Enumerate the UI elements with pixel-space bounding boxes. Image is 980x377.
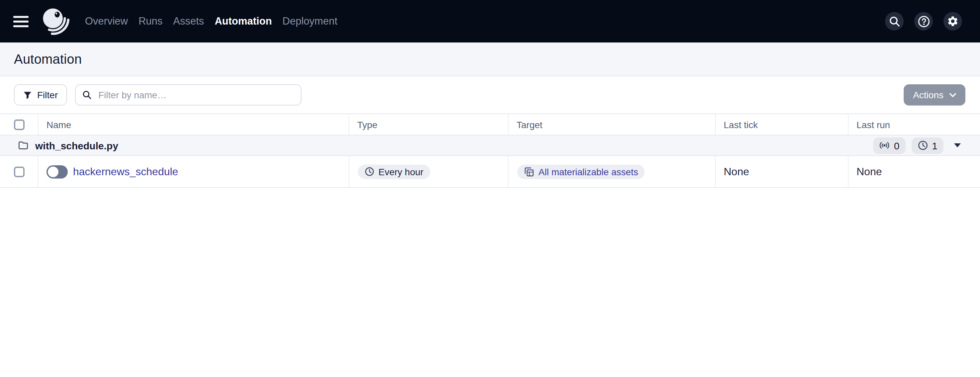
folder-icon (18, 140, 29, 151)
help-button[interactable] (914, 12, 933, 30)
sensor-count-badge: 0 (873, 137, 906, 154)
header-last-run: Last run (848, 114, 980, 135)
target-assets-link[interactable]: All materializable assets (517, 164, 645, 179)
settings-icon (947, 15, 959, 27)
nav-item-runs[interactable]: Runs (138, 13, 162, 30)
row-name-cell: hackernews_schedule (38, 156, 348, 187)
row-last-tick-cell: None (715, 156, 848, 187)
page-title-band: Automation (0, 43, 980, 76)
row-type-cell: Every hour (348, 156, 508, 187)
asset-group-icon (524, 166, 535, 177)
actions-button[interactable]: Actions (904, 84, 966, 105)
group-name: with_schedule.py (35, 140, 118, 151)
nav-item-automation[interactable]: Automation (215, 13, 272, 30)
filter-button[interactable]: Filter (14, 84, 67, 105)
chevron-down-icon (950, 92, 956, 97)
target-assets-label: All materializable assets (538, 166, 638, 177)
toolbar: Filter Actions (0, 76, 980, 113)
dagster-logo-icon (42, 6, 70, 37)
clock-icon (364, 167, 374, 177)
toggle-knob (48, 166, 59, 177)
sensor-count: 0 (894, 140, 900, 151)
table-header-row: Name Type Target Last tick Last run (0, 114, 980, 135)
row-select-cell (0, 156, 38, 187)
help-icon (917, 15, 930, 27)
top-nav: Overview Runs Assets Automation Deployme… (0, 0, 980, 43)
dagster-automation-page: Overview Runs Assets Automation Deployme… (0, 0, 980, 377)
main-nav: Overview Runs Assets Automation Deployme… (85, 13, 337, 30)
nav-item-overview[interactable]: Overview (85, 13, 128, 30)
nav-icon-buttons (885, 12, 962, 30)
sensor-icon (880, 140, 890, 151)
search-icon (82, 90, 92, 100)
row-last-run-cell: None (848, 156, 980, 187)
nav-item-assets[interactable]: Assets (173, 13, 204, 30)
caret-down-icon (954, 143, 961, 147)
header-select-all-cell (0, 114, 38, 135)
search-icon (889, 16, 900, 27)
table-row: hackernews_schedule Every hour (0, 156, 980, 188)
schedule-name-link[interactable]: hackernews_schedule (73, 165, 178, 178)
schedule-toggle[interactable] (46, 165, 68, 178)
dagster-logo[interactable] (42, 6, 70, 37)
actions-button-label: Actions (913, 90, 943, 100)
group-counts: 0 1 (873, 137, 963, 154)
settings-button[interactable] (943, 12, 962, 30)
collapse-group-button[interactable] (951, 142, 963, 149)
nav-item-deployment[interactable]: Deployment (283, 13, 337, 30)
search-button[interactable] (885, 12, 904, 30)
select-all-checkbox[interactable] (14, 119, 24, 130)
automations-table: Name Type Target Last tick Last run with… (0, 113, 980, 188)
name-filter-input[interactable] (97, 89, 294, 101)
schedule-interval-label: Every hour (379, 166, 423, 177)
schedule-interval-tag: Every hour (358, 164, 430, 179)
schedule-count: 1 (932, 140, 937, 151)
group-row-with-schedule[interactable]: with_schedule.py 0 1 (0, 135, 980, 156)
funnel-icon (23, 91, 32, 99)
hamburger-menu-button[interactable] (6, 6, 36, 36)
name-filter-box (75, 84, 301, 105)
header-last-tick: Last tick (715, 114, 848, 135)
hamburger-icon (13, 16, 29, 17)
schedule-count-badge: 1 (911, 137, 943, 154)
last-tick-value: None (724, 165, 749, 178)
header-type: Type (348, 114, 508, 135)
last-run-value: None (856, 165, 882, 178)
clock-icon (917, 140, 928, 151)
row-checkbox[interactable] (14, 166, 24, 177)
header-target: Target (508, 114, 715, 135)
row-target-cell: All materializable assets (508, 156, 715, 187)
header-name: Name (38, 114, 348, 135)
page-title: Automation (14, 51, 82, 67)
filter-button-label: Filter (37, 90, 58, 100)
